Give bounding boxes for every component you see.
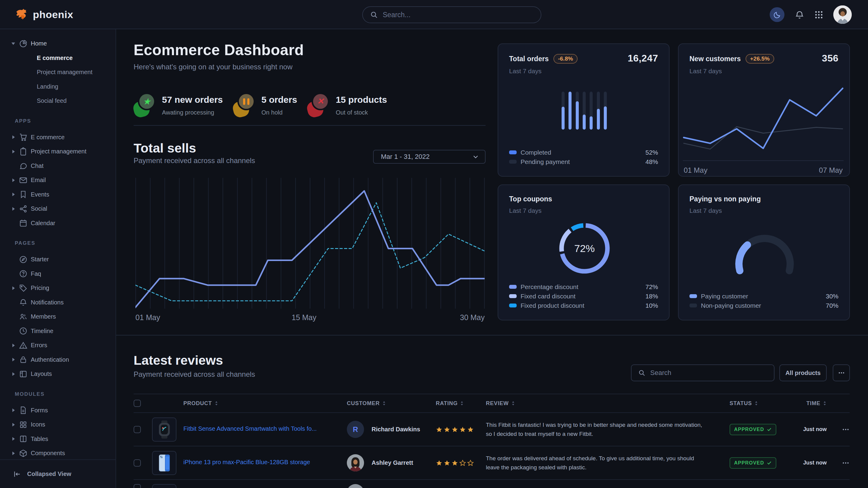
sidebar-item-social[interactable]: Social	[0, 202, 116, 216]
bookmark-icon	[19, 190, 28, 199]
row-options-button[interactable]	[842, 459, 849, 467]
caret-right-icon	[12, 423, 15, 426]
bell-icon	[19, 298, 28, 307]
sidebar-item-starter[interactable]: Starter	[0, 252, 116, 267]
sidebar-item-errors[interactable]: Errors	[0, 338, 116, 353]
status-badge: APPROVED	[730, 457, 776, 469]
bell-icon	[795, 10, 804, 20]
column-header-rating[interactable]: RATING	[436, 394, 486, 413]
sidebar-item-landing[interactable]: Landing	[0, 79, 116, 94]
file-text-icon	[19, 406, 28, 415]
sidebar-item-apps-project-management[interactable]: Project management	[0, 144, 116, 159]
sidebar-item-notifications[interactable]: Notifications	[0, 295, 116, 310]
sidebar-item-email[interactable]: Email	[0, 173, 116, 188]
column-header-time[interactable]: TIME	[800, 394, 827, 413]
legend-row: Non-paying customer 70%	[689, 301, 838, 310]
compass-icon	[19, 255, 28, 264]
sidebar-item-forms[interactable]: Forms	[0, 403, 116, 418]
reviews-search-input[interactable]	[650, 369, 767, 377]
brand[interactable]: phoenix	[14, 0, 73, 29]
star-filled-icon	[459, 426, 466, 433]
warning-icon	[19, 341, 28, 350]
sort-icon	[823, 400, 827, 406]
customer-avatar[interactable]	[347, 454, 364, 471]
row-checkbox[interactable]	[134, 426, 141, 433]
column-header-customer[interactable]: CUSTOMER	[347, 394, 436, 413]
column-header-review[interactable]: REVIEW	[486, 394, 730, 413]
search-input[interactable]	[383, 11, 533, 19]
navbar-search[interactable]	[362, 6, 541, 23]
select-all-checkbox[interactable]	[134, 400, 141, 407]
layout-icon	[19, 369, 28, 379]
legend-row: Fixed card discount 18%	[509, 291, 658, 301]
check-icon	[767, 460, 772, 465]
sidebar-item-faq[interactable]: Faq	[0, 267, 116, 281]
sidebar-item-members[interactable]: Members	[0, 310, 116, 324]
reviews-search[interactable]	[631, 364, 775, 381]
svg-text:15 May: 15 May	[292, 313, 316, 322]
paying-vs-non-paying-card: Paying vs non paying Last 7 days Paying …	[678, 185, 850, 320]
total-orders-value: 16,247	[628, 53, 658, 63]
apps-menu-button[interactable]	[815, 10, 823, 19]
sidebar-item-home[interactable]: Home	[0, 36, 116, 51]
sort-icon	[214, 400, 218, 406]
page-subtitle: Here's what's going on at your business …	[134, 63, 292, 70]
total-orders-card: Total orders -6.8% 16,247 Last 7 days Co…	[498, 43, 670, 176]
all-products-button[interactable]: All products	[779, 364, 827, 381]
star-empty-icon	[459, 460, 466, 466]
sidebar-item-components[interactable]: Components	[0, 446, 116, 461]
divider	[116, 335, 868, 335]
lock-icon	[19, 355, 28, 364]
review-row-partial	[134, 480, 849, 488]
star-filled-icon	[467, 426, 474, 433]
change-badge: +26.5%	[746, 54, 774, 64]
sidebar-item-social-feed[interactable]: Social feed	[0, 94, 116, 108]
legend-row: Paying customer 30%	[689, 291, 838, 301]
sort-icon	[754, 400, 758, 406]
moon-icon	[773, 10, 781, 19]
sidebar-item-tables[interactable]: Tables	[0, 432, 116, 446]
legend-swatch	[509, 151, 517, 154]
sidebar-item-timeline[interactable]: Timeline	[0, 324, 116, 338]
search-icon	[370, 11, 378, 19]
row-checkbox[interactable]	[134, 459, 141, 466]
sidebar-item-e-commerce[interactable]: E commerce	[0, 51, 116, 65]
collapsed-view-toggle[interactable]: Collapsed View	[0, 459, 116, 488]
sidebar-item-calendar[interactable]: Calendar	[0, 216, 116, 231]
customer-avatar[interactable]: R	[347, 421, 364, 438]
sidebar-item-layouts[interactable]: Layouts	[0, 367, 116, 381]
row-options-button[interactable]	[842, 426, 849, 433]
sidebar-item-project-management[interactable]: Project management	[0, 65, 116, 79]
product-thumbnail-iphone[interactable]	[152, 451, 177, 475]
column-header-product[interactable]: PRODUCT	[183, 394, 347, 413]
customer-avatar[interactable]	[347, 484, 364, 488]
theme-toggle-button[interactable]	[770, 7, 784, 22]
cart-icon	[19, 133, 28, 142]
rating-stars	[436, 426, 486, 433]
column-header-status[interactable]: STATUS	[730, 394, 800, 413]
sidebar-item-chat[interactable]: Chat	[0, 159, 116, 173]
main-content: Ecommerce Dashboard Here's what's going …	[116, 29, 868, 488]
ellipsis-icon	[842, 426, 849, 433]
product-link[interactable]: iPhone 13 pro max-Pacific Blue-128GB sto…	[183, 459, 310, 466]
total-sells-chart: 01 May15 May30 May	[135, 178, 485, 323]
profile-avatar[interactable]	[833, 5, 852, 24]
product-thumbnail[interactable]	[152, 484, 177, 488]
sidebar-item-pricing[interactable]: Pricing	[0, 281, 116, 295]
caret-right-icon	[12, 344, 15, 347]
sidebar-item-events[interactable]: Events	[0, 188, 116, 202]
product-thumbnail-fitbit[interactable]	[152, 418, 177, 442]
sidebar-item-icons[interactable]: Icons	[0, 418, 116, 432]
product-link[interactable]: Fitbit Sense Advanced Smartwatch with To…	[183, 425, 317, 432]
caret-right-icon	[12, 358, 15, 361]
sidebar-item-apps-e-commerce[interactable]: E commerce	[0, 130, 116, 145]
caret-right-icon	[12, 286, 15, 290]
reviews-options-button[interactable]	[833, 364, 850, 381]
row-checkbox[interactable]	[134, 484, 141, 488]
calendar-icon	[19, 219, 28, 228]
notifications-button[interactable]	[795, 10, 804, 20]
chevron-down-icon	[472, 154, 479, 160]
date-range-select[interactable]: Mar 1 - 31, 2022	[373, 150, 486, 164]
sidebar-item-authentication[interactable]: Authentication	[0, 353, 116, 367]
top-navbar: phoenix	[0, 0, 868, 29]
